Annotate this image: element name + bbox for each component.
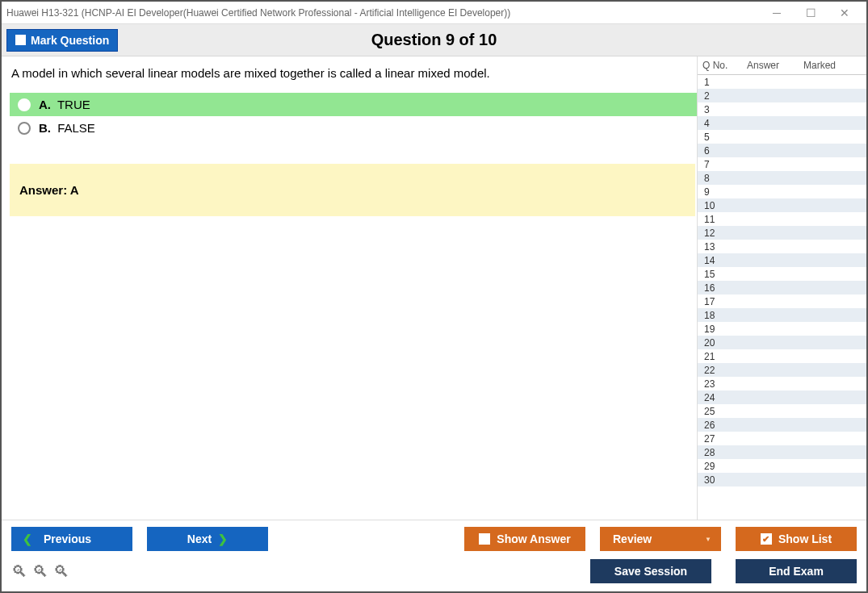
maximize-icon[interactable]: ☐ (794, 3, 828, 23)
header-bar: Mark Question Question 9 of 10 (2, 24, 866, 56)
qno-cell: 17 (698, 296, 742, 307)
qno-cell: 14 (698, 255, 742, 266)
list-item[interactable]: 20 (698, 336, 866, 349)
list-item[interactable]: 8 (698, 171, 866, 185)
zoom-reset-icon[interactable]: 🔍︎ (11, 562, 27, 581)
list-item[interactable]: 28 (698, 445, 866, 459)
close-icon[interactable]: ✕ (828, 3, 862, 23)
question-list-panel: Q No. Answer Marked 12345678910111213141… (697, 56, 866, 520)
next-button[interactable]: Next ❯ (147, 527, 268, 551)
qno-cell: 5 (698, 132, 742, 143)
zoom-in-icon[interactable]: 🔍︎ (32, 562, 48, 581)
zoom-out-icon[interactable]: 🔍︎ (53, 562, 69, 581)
list-item[interactable]: 25 (698, 404, 866, 418)
footer: ❮ Previous Next ❯ Show Answer Review ▼ ✔… (2, 520, 866, 591)
qno-cell: 23 (698, 378, 742, 390)
show-list-button[interactable]: ✔ Show List (736, 527, 857, 551)
list-item[interactable]: 27 (698, 432, 866, 445)
list-item[interactable]: 30 (698, 473, 866, 487)
list-item[interactable]: 5 (698, 130, 866, 144)
list-item[interactable]: 11 (698, 212, 866, 226)
question-area: A model in which several linear models a… (2, 56, 697, 520)
list-header: Q No. Answer Marked (698, 56, 866, 75)
checkbox-icon (479, 533, 490, 545)
qno-cell: 30 (698, 474, 742, 486)
list-item[interactable]: 22 (698, 363, 866, 377)
answer-box: Answer: A (10, 164, 695, 216)
list-item[interactable]: 26 (698, 418, 866, 432)
show-list-label: Show List (778, 532, 832, 545)
mark-label: Mark Question (31, 34, 109, 47)
checkbox-checked-icon: ✔ (761, 533, 772, 545)
qno-cell: 12 (698, 228, 742, 239)
list-item[interactable]: 4 (698, 116, 866, 130)
end-label: End Exam (769, 565, 824, 578)
qno-cell: 10 (698, 200, 742, 211)
list-item[interactable]: 3 (698, 102, 866, 116)
minimize-icon[interactable]: ─ (760, 3, 794, 23)
list-item[interactable]: 2 (698, 89, 866, 102)
list-item[interactable]: 17 (698, 294, 866, 308)
col-qno: Q No. (698, 56, 742, 74)
list-item[interactable]: 19 (698, 322, 866, 336)
qno-cell: 11 (698, 214, 742, 225)
list-item[interactable]: 14 (698, 253, 866, 267)
qno-cell: 20 (698, 337, 742, 349)
qno-cell: 26 (698, 420, 742, 431)
answer-label: Answer: A (19, 183, 79, 197)
list-item[interactable]: 10 (698, 198, 866, 212)
question-counter: Question 9 of 10 (371, 31, 497, 49)
list-item[interactable]: 7 (698, 157, 866, 171)
list-item[interactable]: 23 (698, 377, 866, 390)
content: A model in which several linear models a… (2, 56, 866, 520)
list-item[interactable]: 9 (698, 185, 866, 198)
list-rows[interactable]: 1234567891011121314151617181920212223242… (698, 75, 866, 520)
chevron-right-icon: ❯ (218, 532, 228, 545)
previous-button[interactable]: ❮ Previous (11, 527, 132, 551)
previous-label: Previous (44, 532, 91, 545)
list-item[interactable]: 13 (698, 240, 866, 253)
show-answer-label: Show Answer (497, 532, 570, 545)
qno-cell: 9 (698, 186, 742, 198)
option-letter: B. (39, 121, 51, 135)
chevron-left-icon: ❮ (23, 532, 32, 545)
app-window: Huawei H13-321 (HCNP-AI EI Developer(Hua… (0, 0, 868, 593)
footer-row-2: 🔍︎ 🔍︎ 🔍︎ Save Session End Exam (11, 559, 857, 583)
option-a[interactable]: A. TRUE (10, 93, 697, 116)
qno-cell: 3 (698, 104, 742, 115)
end-exam-button[interactable]: End Exam (736, 559, 857, 583)
save-session-button[interactable]: Save Session (590, 559, 711, 583)
option-b[interactable]: B. FALSE (10, 116, 697, 140)
qno-cell: 16 (698, 282, 742, 294)
window-title: Huawei H13-321 (HCNP-AI EI Developer(Hua… (6, 7, 760, 19)
qno-cell: 21 (698, 351, 742, 362)
window-controls: ─ ☐ ✕ (760, 3, 862, 23)
show-answer-button[interactable]: Show Answer (464, 527, 585, 551)
qno-cell: 4 (698, 118, 742, 129)
titlebar: Huawei H13-321 (HCNP-AI EI Developer(Hua… (2, 2, 866, 24)
list-item[interactable]: 12 (698, 226, 866, 240)
list-item[interactable]: 29 (698, 459, 866, 473)
qno-cell: 28 (698, 447, 742, 458)
qno-cell: 29 (698, 461, 742, 472)
list-item[interactable]: 21 (698, 349, 866, 363)
radio-icon (18, 98, 31, 111)
option-text: FALSE (57, 121, 95, 135)
qno-cell: 24 (698, 392, 742, 403)
col-answer: Answer (742, 56, 799, 74)
qno-cell: 19 (698, 324, 742, 335)
list-item[interactable]: 18 (698, 308, 866, 322)
mark-question-button[interactable]: Mark Question (6, 29, 118, 52)
question-text: A model in which several linear models a… (10, 66, 697, 80)
list-item[interactable]: 16 (698, 281, 866, 294)
option-letter: A. (39, 98, 51, 111)
list-item[interactable]: 24 (698, 390, 866, 404)
next-label: Next (187, 532, 212, 545)
option-text: TRUE (57, 98, 90, 111)
col-marked: Marked (799, 56, 866, 74)
list-item[interactable]: 1 (698, 75, 866, 89)
list-item[interactable]: 6 (698, 144, 866, 157)
radio-icon (18, 122, 31, 135)
list-item[interactable]: 15 (698, 267, 866, 281)
review-dropdown[interactable]: Review ▼ (600, 527, 721, 551)
